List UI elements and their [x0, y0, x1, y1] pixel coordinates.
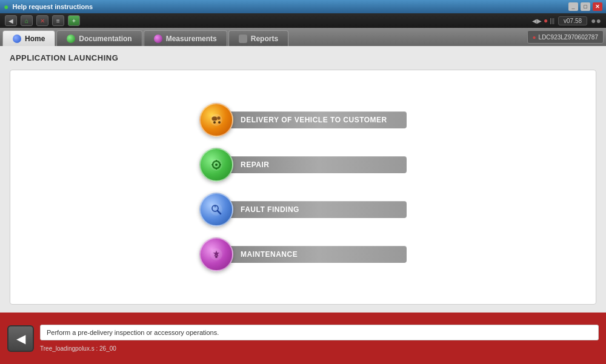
home-tab-label: Home — [25, 35, 45, 43]
status-text: Perform a pre-delivery inspection or acc… — [47, 329, 219, 336]
bottom-bar: ◀ Perform a pre-delivery inspection or a… — [0, 313, 606, 364]
delivery-label: DELIVERY OF VEHICLE TO CUSTOMER — [231, 111, 407, 128]
app-item-delivery[interactable]: DELIVERY OF VEHICLE TO CUSTOMER — [199, 103, 407, 137]
fault-icon-svg — [207, 200, 225, 219]
maintenance-icon — [199, 237, 233, 271]
app-item-maintenance[interactable]: MAINTENANCE — [199, 237, 407, 271]
tab-measurements[interactable]: Measurements — [144, 30, 227, 46]
maintenance-label: MAINTENANCE — [231, 246, 407, 263]
repair-label: REPAIR — [231, 156, 407, 173]
tab-reports[interactable]: Reports — [228, 30, 288, 46]
toolbar-right: ◀▶ ● ||| v07.58 ●● — [532, 16, 601, 25]
repair-icon — [199, 148, 233, 182]
documentation-tab-icon — [67, 35, 75, 43]
footer-status-text: Tree_loadingpolux.s : 26_00 — [40, 345, 599, 352]
maximize-button[interactable]: □ — [581, 2, 590, 11]
toolbar-add-button[interactable]: + — [68, 15, 80, 26]
title-bar: ● Help request instructions _ □ ✕ — [0, 0, 606, 13]
svg-point-1 — [211, 116, 218, 121]
tab-documentation[interactable]: Documentation — [56, 30, 142, 46]
device-id-display: ● LDC923LZ970602787 — [527, 30, 604, 44]
toolbar-home-button[interactable]: ⌂ — [21, 15, 33, 26]
minimize-button[interactable]: _ — [568, 2, 578, 11]
repair-icon-svg — [207, 156, 225, 174]
title-bar-icon: ● — [4, 2, 8, 12]
home-tab-icon — [13, 35, 21, 43]
title-bar-text: Help request instructions — [12, 3, 565, 10]
page-title: APPLICATION LAUNCHING — [10, 53, 596, 62]
toolbar-stop-button[interactable]: ✕ — [36, 15, 48, 26]
close-button[interactable]: ✕ — [593, 2, 602, 11]
nav-tabs: Home Documentation Measurements Reports … — [0, 28, 606, 46]
toolbar-settings-button[interactable]: ≡ — [52, 15, 64, 26]
svg-point-18 — [215, 256, 218, 258]
signal-area: ◀▶ ● ||| — [532, 16, 554, 25]
reports-tab-icon — [239, 35, 247, 43]
main-content: APPLICATION LAUNCHING DELIVERY OF VEHICL… — [0, 46, 606, 313]
status-text-box: Perform a pre-delivery inspection or acc… — [40, 325, 599, 340]
documentation-tab-label: Documentation — [79, 35, 132, 43]
tab-home[interactable]: Home — [2, 30, 55, 46]
svg-point-16 — [215, 206, 216, 208]
content-panel: DELIVERY OF VEHICLE TO CUSTOMER REPAIR — [10, 70, 596, 305]
maintenance-icon-svg — [207, 245, 225, 263]
version-display: v07.58 — [558, 16, 587, 25]
toolbar-back-button[interactable]: ◀ — [5, 15, 17, 26]
delivery-icon — [199, 103, 233, 137]
back-button[interactable]: ◀ — [7, 325, 34, 352]
fault-icon — [199, 193, 233, 227]
measurements-tab-icon — [154, 35, 162, 43]
measurements-tab-label: Measurements — [166, 35, 217, 43]
svg-point-4 — [213, 121, 216, 124]
toolbar-left: ◀ ⌂ ✕ ≡ + — [5, 15, 80, 26]
svg-point-8 — [215, 164, 218, 166]
app-item-repair[interactable]: REPAIR — [199, 148, 407, 182]
svg-point-2 — [217, 116, 221, 120]
title-bar-controls: _ □ ✕ — [568, 2, 602, 11]
delivery-icon-svg — [207, 111, 225, 129]
reports-tab-label: Reports — [251, 35, 278, 43]
fault-label: FAULT FINDING — [231, 201, 407, 218]
svg-point-5 — [218, 121, 221, 124]
top-toolbar: ◀ ⌂ ✕ ≡ + ◀▶ ● ||| v07.58 ●● — [0, 13, 606, 28]
app-item-fault[interactable]: FAULT FINDING — [199, 193, 407, 227]
